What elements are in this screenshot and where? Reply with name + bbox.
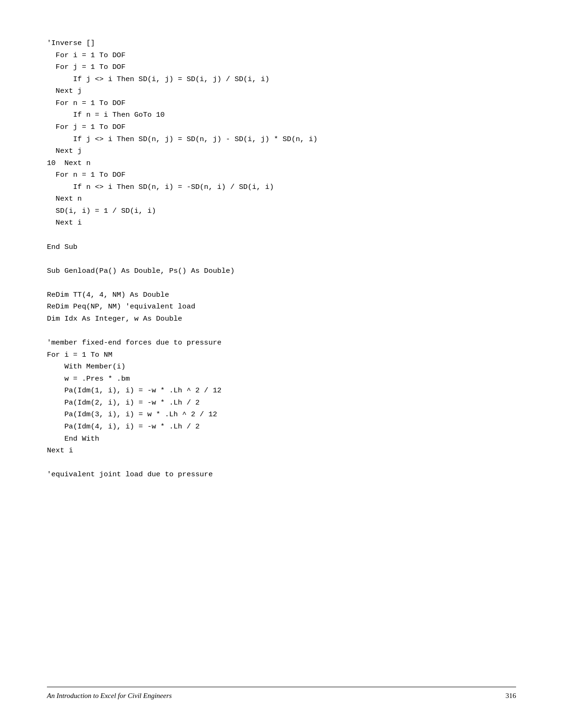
page-footer: An Introduction to Excel for Civil Engin… bbox=[47, 687, 516, 700]
footer-page-number: 316 bbox=[506, 692, 517, 700]
page: 'Inverse [] For i = 1 To DOF For j = 1 T… bbox=[0, 0, 563, 728]
footer-title: An Introduction to Excel for Civil Engin… bbox=[47, 692, 172, 700]
code-content: 'Inverse [] For i = 1 To DOF For j = 1 T… bbox=[47, 38, 516, 481]
